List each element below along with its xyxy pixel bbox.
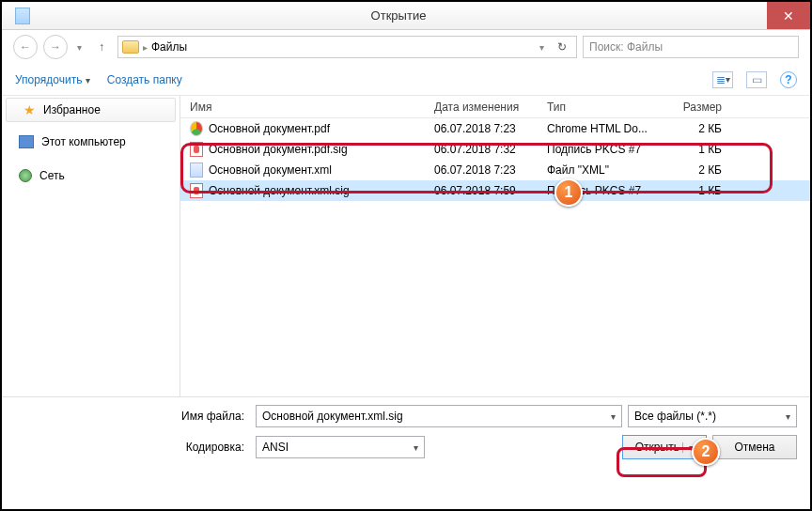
history-dropdown[interactable]: ▾	[73, 42, 86, 53]
sidebar: ★ Избранное Этот компьютер Сеть	[2, 96, 180, 396]
sidebar-computer[interactable]: Этот компьютер	[2, 132, 180, 152]
filename-label: Имя файла:	[15, 410, 250, 423]
sidebar-item-label: Этот компьютер	[41, 135, 126, 148]
file-row[interactable]: Основной документ.xml 06.07.2018 7:23 Фа…	[180, 160, 810, 180]
computer-icon	[19, 135, 34, 148]
signature-icon	[190, 183, 203, 198]
app-icon	[15, 8, 30, 24]
chrome-icon	[190, 121, 203, 136]
preview-pane-button[interactable]: ▭	[746, 71, 767, 88]
footer: Имя файла: Основной документ.xml.sig ▾ В…	[2, 396, 810, 480]
file-row-selected[interactable]: Основной документ.xml.sig 06.07.2018 7:5…	[180, 180, 810, 201]
filename-input[interactable]: Основной документ.xml.sig ▾	[256, 405, 622, 427]
search-placeholder: Поиск: Файлы	[589, 40, 663, 54]
back-button[interactable]: ←	[13, 35, 38, 59]
col-type[interactable]: Тип	[538, 101, 671, 114]
col-size[interactable]: Размер	[671, 101, 737, 114]
file-row[interactable]: Основной документ.pdf.sig 06.07.2018 7:3…	[180, 139, 810, 160]
sidebar-item-label: Избранное	[43, 103, 101, 116]
sidebar-item-label: Сеть	[39, 169, 65, 182]
chevron-down-icon[interactable]: ▾	[611, 411, 616, 422]
file-list: Имя Дата изменения Тип Размер Основной д…	[180, 96, 810, 396]
col-date[interactable]: Дата изменения	[425, 101, 538, 114]
encoding-select[interactable]: ANSI▾	[256, 436, 425, 458]
titlebar: Открытие ✕	[2, 2, 810, 30]
col-name[interactable]: Имя	[180, 101, 425, 114]
chevron-down-icon: ▾	[786, 411, 790, 422]
toolbar: Упорядочить ▾ Создать папку ≣ ▾ ▭ ?	[2, 64, 810, 96]
star-icon: ★	[23, 102, 36, 117]
address-bar[interactable]: ▸ Файлы ▾ ↻	[117, 36, 577, 58]
filetype-select[interactable]: Все файлы (*.*)▾	[628, 405, 797, 427]
organize-menu[interactable]: Упорядочить ▾	[15, 73, 90, 86]
chevron-down-icon: ▾	[414, 442, 418, 453]
forward-button[interactable]: →	[43, 35, 68, 59]
folder-icon	[122, 40, 139, 54]
sidebar-network[interactable]: Сеть	[2, 165, 180, 186]
network-icon	[19, 169, 32, 182]
chevron-right-icon: ▸	[143, 42, 148, 53]
file-row[interactable]: Основной документ.pdf 06.07.2018 7:23 Ch…	[180, 118, 810, 139]
view-options-button[interactable]: ≣ ▾	[712, 71, 733, 88]
search-input[interactable]: Поиск: Файлы	[583, 36, 799, 58]
window-title: Открытие	[30, 8, 767, 23]
help-button[interactable]: ?	[780, 71, 797, 88]
nav-bar: ← → ▾ ↑ ▸ Файлы ▾ ↻ Поиск: Файлы	[2, 30, 810, 64]
annotation-badge-2: 2	[692, 438, 720, 466]
column-headers: Имя Дата изменения Тип Размер	[180, 96, 810, 118]
sidebar-favorites[interactable]: ★ Избранное	[6, 98, 176, 122]
signature-icon	[190, 142, 203, 157]
annotation-badge-1: 1	[554, 178, 583, 207]
cancel-button[interactable]: Отмена	[712, 435, 797, 459]
path-dropdown[interactable]: ▾	[536, 42, 548, 53]
refresh-button[interactable]: ↻	[552, 40, 572, 54]
close-button[interactable]: ✕	[767, 2, 810, 29]
encoding-label: Кодировка:	[15, 441, 250, 454]
up-button[interactable]: ↑	[91, 37, 112, 57]
xml-icon	[190, 163, 203, 178]
new-folder-button[interactable]: Создать папку	[107, 73, 182, 86]
path-segment[interactable]: Файлы	[151, 40, 187, 54]
